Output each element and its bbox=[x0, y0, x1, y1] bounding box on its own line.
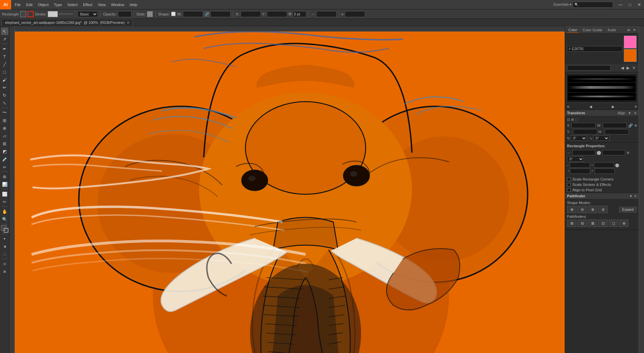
type-tool[interactable]: T bbox=[1, 53, 8, 60]
outline-btn[interactable]: ◻ bbox=[609, 220, 618, 227]
stroke-box[interactable] bbox=[4, 228, 8, 233]
link-wh-btn[interactable]: 🔗 bbox=[628, 123, 633, 128]
scale-strokes-check[interactable] bbox=[567, 183, 571, 187]
draw-inside-btn[interactable]: ⊠ bbox=[1, 268, 8, 275]
style-swatch[interactable] bbox=[147, 11, 153, 17]
menu-effect[interactable]: Effect bbox=[81, 2, 95, 8]
hand-tool[interactable]: ✋ bbox=[1, 208, 8, 215]
align-tab-label[interactable]: Align bbox=[618, 111, 625, 115]
transform-section-header[interactable]: Transform Align ▼ ✕ bbox=[565, 110, 639, 116]
pathfinder-collapse-btn[interactable]: ▼ bbox=[629, 194, 633, 198]
fill-swatch[interactable] bbox=[20, 11, 26, 17]
menu-window[interactable]: Window bbox=[109, 2, 127, 8]
trim-btn[interactable]: ⊟ bbox=[577, 220, 587, 227]
exclude-btn[interactable]: ⊘ bbox=[598, 206, 608, 213]
stroke-swatch[interactable] bbox=[28, 11, 34, 17]
expand-button[interactable]: Expand bbox=[619, 207, 637, 212]
corner-link-btn[interactable]: ⬤ bbox=[615, 163, 619, 167]
merge-btn[interactable]: ⊠ bbox=[588, 220, 597, 227]
tab-color[interactable]: Color bbox=[567, 27, 578, 33]
transform-x-input[interactable]: 859.821 pt bbox=[571, 123, 596, 128]
transform-close-btn[interactable]: ✕ bbox=[634, 111, 637, 115]
crop-btn[interactable]: ⊡ bbox=[598, 220, 608, 227]
opacity-input[interactable]: 100% bbox=[118, 11, 131, 17]
scale-rect-corners-check[interactable] bbox=[567, 178, 571, 181]
tab-color-guide[interactable]: Color Guide bbox=[581, 27, 604, 33]
w-input[interactable]: 2382.238 pt bbox=[183, 11, 203, 17]
rect-h-input[interactable]: 1542.154 pt bbox=[602, 150, 625, 155]
corner-tr-input[interactable]: 0 pt bbox=[594, 162, 614, 168]
brush-close-btn[interactable]: ✕ bbox=[631, 66, 637, 70]
line-tool[interactable]: ╱ bbox=[1, 61, 8, 68]
brush-next2-btn[interactable]: ▶ bbox=[612, 105, 614, 109]
menu-select[interactable]: Select bbox=[65, 2, 80, 8]
menu-file[interactable]: File bbox=[12, 2, 23, 8]
maximize-button[interactable]: □ bbox=[625, 0, 635, 9]
direct-selection-tool[interactable]: ↗ bbox=[1, 35, 8, 43]
h2-input[interactable]: 1542.154 pt bbox=[345, 11, 365, 17]
paintbrush-tool[interactable]: 🖌 bbox=[1, 76, 8, 83]
h-input[interactable]: 1542.154 pt bbox=[210, 11, 231, 17]
pen-tool[interactable]: ✒ bbox=[1, 45, 8, 52]
menu-type[interactable]: Type bbox=[52, 2, 65, 8]
x-input[interactable]: 859.821 pt bbox=[241, 11, 261, 17]
free-transform-tool[interactable]: ⊞ bbox=[1, 117, 8, 124]
slice-tool[interactable]: ✂ bbox=[1, 198, 8, 205]
minimize-button[interactable]: — bbox=[616, 0, 625, 9]
rect-w-input[interactable]: 2382.238 pt bbox=[572, 150, 595, 155]
pathfinder-close-btn[interactable]: ✕ bbox=[634, 194, 637, 198]
symbol-spray-tool[interactable]: ⊛ bbox=[1, 173, 8, 180]
unite-btn[interactable]: ⊕ bbox=[567, 206, 576, 213]
brush-prev2-btn[interactable]: ◀ bbox=[589, 105, 592, 109]
transform-collapse-btn[interactable]: ▼ bbox=[628, 111, 631, 115]
panel-collapse-btn[interactable]: ✕ bbox=[632, 28, 637, 32]
rotate-input[interactable] bbox=[293, 11, 306, 17]
y-input[interactable]: 614.817 pt bbox=[267, 11, 287, 17]
transform-w-input[interactable]: 2382.238 pt bbox=[603, 123, 627, 128]
brush-name-input[interactable]: Artistic_ChalkCharcoalPencil bbox=[567, 65, 611, 71]
brush-prev-btn[interactable]: ◀ bbox=[620, 66, 625, 70]
selection-tool[interactable]: ↖ bbox=[1, 28, 8, 35]
gradient-mode-btn[interactable]: ◑ bbox=[1, 243, 8, 250]
menu-object[interactable]: Object bbox=[36, 2, 51, 8]
transform-icon-3[interactable]: ⬚ bbox=[575, 118, 578, 121]
menu-edit[interactable]: Edit bbox=[24, 2, 35, 8]
w2-input[interactable]: 2382.238 pt bbox=[316, 11, 336, 17]
artboard-tool[interactable]: ⬜ bbox=[1, 190, 8, 198]
draw-normal-btn[interactable]: ⊡ bbox=[1, 260, 8, 268]
warp-tool[interactable]: 〜 bbox=[1, 109, 8, 116]
brush-next-btn[interactable]: ▶ bbox=[626, 66, 631, 70]
minus-back-btn[interactable]: ⊛ bbox=[619, 220, 629, 227]
menu-view[interactable]: View bbox=[95, 2, 108, 8]
menu-help[interactable]: Help bbox=[127, 2, 140, 8]
corner-type-select[interactable]: 0° bbox=[567, 156, 584, 162]
panel-expand-btn[interactable]: ≫ bbox=[626, 28, 632, 32]
rect-chain-icon[interactable]: ⬤ bbox=[597, 150, 601, 155]
shear-select[interactable]: 0° bbox=[593, 135, 609, 141]
search-input[interactable] bbox=[573, 2, 613, 8]
tab-close-btn[interactable]: ✕ bbox=[127, 21, 129, 25]
column-graph-tool[interactable]: 📊 bbox=[1, 181, 8, 188]
rectangle-tool[interactable]: □ bbox=[1, 68, 8, 76]
rect-more-btn[interactable]: ⚙ bbox=[627, 151, 630, 155]
blend-tool[interactable]: ∞ bbox=[1, 163, 8, 170]
corner-br-input[interactable]: 0 pt bbox=[595, 168, 615, 174]
more-transform-btn[interactable]: ⚙ bbox=[634, 124, 637, 127]
close-button[interactable]: ✕ bbox=[635, 0, 644, 9]
zoom-tool[interactable]: 🔍 bbox=[1, 215, 8, 223]
pathfinder-section-header[interactable]: Pathfinder ▼ ✕ bbox=[565, 193, 639, 199]
transform-y-input[interactable]: 614.817 pt bbox=[573, 129, 597, 134]
artwork-canvas[interactable] bbox=[9, 26, 565, 353]
perspective-tool[interactable]: ▱ bbox=[1, 132, 8, 140]
align-pixel-check[interactable] bbox=[567, 188, 571, 192]
color-mode-btn[interactable]: ● bbox=[1, 235, 8, 242]
eyedropper-tool[interactable]: 💉 bbox=[1, 155, 8, 163]
stroke-color-box[interactable] bbox=[48, 11, 58, 17]
pencil-tool[interactable]: ✏ bbox=[1, 84, 8, 91]
brush-close2-btn[interactable]: ✕ bbox=[634, 105, 637, 109]
divide-btn[interactable]: ⊞ bbox=[567, 220, 576, 227]
scale-tool[interactable]: ⤡ bbox=[1, 99, 8, 107]
shape-builder-tool[interactable]: ⊕ bbox=[1, 124, 8, 132]
transform-h-input[interactable]: 1542.154 pt bbox=[605, 129, 629, 134]
more-options-icon[interactable]: ≡ bbox=[341, 12, 344, 16]
